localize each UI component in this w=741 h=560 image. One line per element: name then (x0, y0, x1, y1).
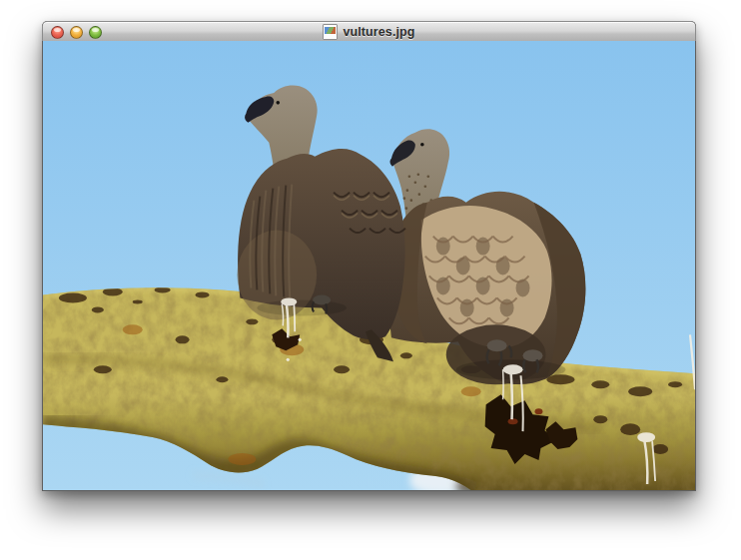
window-titlebar[interactable]: vultures.jpg (42, 21, 696, 43)
screenshot: vultures.jpg (0, 0, 741, 560)
document-proxy-icon[interactable] (323, 24, 338, 40)
photo-vultures (43, 41, 695, 490)
image-content-area (42, 41, 696, 491)
image-viewer-window: vultures.jpg (42, 21, 696, 491)
window-title-group: vultures.jpg (323, 24, 414, 40)
vulture-left-eye (276, 101, 280, 105)
vulture-right-eye (420, 143, 424, 147)
zoom-button[interactable] (89, 26, 102, 39)
window-controls (51, 26, 102, 39)
window-title: vultures.jpg (343, 25, 414, 39)
minimize-button[interactable] (70, 26, 83, 39)
vulture-left-shadow (257, 299, 347, 315)
close-button[interactable] (51, 26, 64, 39)
